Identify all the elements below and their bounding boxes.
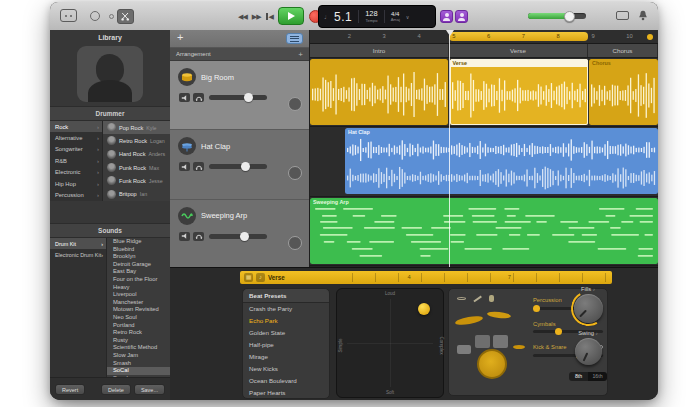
editor-note-icon[interactable]: ♪ [256, 273, 265, 282]
arrangement-marker-verse[interactable]: Verse [449, 44, 588, 57]
volume-slider[interactable] [209, 95, 267, 100]
xy-pad[interactable]: Loud Soft Simple Complex [336, 288, 444, 398]
rewind-icon[interactable]: ◀◀ [238, 8, 247, 25]
region-hat-clap[interactable]: Hat Clap [345, 128, 658, 194]
revert-button[interactable]: Revert [55, 384, 85, 395]
play-button[interactable] [278, 7, 304, 25]
kit-item[interactable]: Blue Ridge [107, 238, 170, 246]
drummer-item[interactable]: Retro RockLogan [103, 134, 170, 147]
beat-preset-item[interactable]: Golden State [243, 327, 329, 339]
drummer-item[interactable]: Funk RockJesse [103, 174, 170, 187]
kit-item[interactable]: Neo Soul [107, 314, 170, 322]
kit-category-item[interactable]: Electronic Drum Kit› [50, 249, 106, 260]
kit-item[interactable]: Heavy [107, 284, 170, 292]
kit-item[interactable]: Bluebird [107, 246, 170, 254]
kit-item[interactable]: Liverpool [107, 291, 170, 299]
kit-item[interactable]: Retro Rock [107, 329, 170, 337]
region-big-room-chorus[interactable]: Chorus [589, 59, 658, 125]
kit-item[interactable]: Rusty [107, 337, 170, 345]
genre-item[interactable]: Hip Hop› [50, 178, 102, 189]
solo-button[interactable] [193, 232, 204, 241]
arrangement-track[interactable]: Intro Verse Chorus [310, 44, 658, 58]
kit-item[interactable]: Smash [107, 360, 170, 368]
kit-item[interactable]: Portland [107, 322, 170, 330]
kit-item[interactable]: SoCal [107, 367, 170, 375]
arrangement-marker-chorus[interactable]: Chorus [588, 44, 658, 57]
mute-button[interactable] [179, 93, 190, 102]
lcd-chevron-icon[interactable]: ∨ [406, 14, 410, 20]
lane-big-room[interactable]: Verse Chorus [310, 58, 658, 127]
lane-hat-clap[interactable]: Hat Clap [310, 127, 658, 196]
arrangement-marker-intro[interactable]: Intro [310, 44, 449, 57]
mute-button[interactable] [179, 162, 190, 171]
slider-dot[interactable] [533, 305, 540, 312]
region-big-room-verse[interactable]: Verse [450, 59, 588, 125]
track-header-hat-clap[interactable]: Hat Clap [170, 130, 309, 199]
forward-icon[interactable]: ▶▶ [252, 8, 261, 25]
genre-item[interactable]: Alternative› [50, 132, 102, 143]
lane-sweeping-arp[interactable]: Sweeping Arp [310, 197, 658, 266]
volume-slider[interactable] [209, 234, 267, 239]
bell-icon[interactable] [638, 10, 648, 21]
tuner-icon[interactable] [90, 11, 100, 21]
editor-grid-icon[interactable]: ▦ [244, 273, 253, 282]
genre-item[interactable]: Electronic› [50, 167, 102, 178]
xy-pad-puck[interactable] [418, 303, 430, 315]
editor-scissors-button[interactable] [117, 9, 134, 24]
timeline[interactable]: 2345678910 Intro Verse Chorus Verse Chor… [310, 30, 658, 267]
drummer-item[interactable]: Pop RockKyle [103, 121, 170, 134]
fills-knob[interactable] [574, 294, 603, 323]
kit-item[interactable]: Detroit Garage [107, 261, 170, 269]
kit-item[interactable]: East Bay [107, 268, 170, 276]
editor-region-bar[interactable]: ▦ ♪ Verse 4 7 [240, 271, 612, 284]
beat-preset-item[interactable]: Echo Park [243, 315, 329, 327]
region-big-room-intro[interactable] [310, 59, 448, 125]
display-icon[interactable] [616, 11, 629, 20]
genre-item[interactable]: Percussion› [50, 189, 102, 200]
add-track-button[interactable]: + [177, 31, 183, 43]
swing-option-16th[interactable]: 16th [588, 372, 607, 381]
track-header-sweeping-arp[interactable]: Sweeping Arp [170, 200, 309, 269]
kit-item[interactable]: Slow Jam [107, 352, 170, 360]
beat-preset-item[interactable]: Ocean Boulevard [243, 375, 329, 387]
library-panel-icon[interactable] [60, 9, 77, 22]
save-button[interactable]: Save... [134, 384, 165, 395]
ruler[interactable]: 2345678910 [310, 30, 658, 44]
beat-preset-item[interactable]: Half-pipe [243, 339, 329, 351]
beat-preset-item[interactable]: Crash the Party [243, 303, 329, 315]
kit-item[interactable]: Brooklyn [107, 253, 170, 261]
track-options-button[interactable] [286, 33, 303, 44]
beat-preset-item[interactable]: Mirage [243, 351, 329, 363]
drummer-item[interactable]: Punk RockMax [103, 161, 170, 174]
master-volume-thumb[interactable] [564, 11, 575, 22]
purple-badge-2[interactable] [455, 10, 468, 23]
genre-item[interactable]: R&B› [50, 155, 102, 166]
genre-item[interactable]: Rock› [50, 121, 102, 132]
drumstick-icon[interactable] [473, 295, 481, 301]
drummer-item[interactable]: BritpopIan [103, 187, 170, 200]
delete-button[interactable]: Delete [101, 384, 131, 395]
beat-preset-item[interactable]: Paper Hearts [243, 387, 329, 399]
drum-kit-illustration[interactable] [453, 305, 527, 391]
small-circle-icon[interactable] [109, 14, 114, 19]
kit-item[interactable]: Motown Revisited [107, 306, 170, 314]
drummer-item[interactable]: Hard RockAnders [103, 148, 170, 161]
region-sweeping-arp[interactable]: Sweeping Arp [310, 198, 658, 264]
purple-badge-1[interactable] [440, 10, 453, 23]
swing-knob[interactable] [575, 338, 602, 365]
kit-item[interactable]: Four on the Floor [107, 276, 170, 284]
playhead[interactable] [449, 30, 450, 267]
slider-dot[interactable] [555, 328, 562, 335]
swing-option-8th[interactable]: 8th [569, 372, 588, 381]
genre-item[interactable]: Songwriter› [50, 144, 102, 155]
solo-button[interactable] [193, 162, 204, 171]
solo-button[interactable] [193, 93, 204, 102]
go-to-beginning-icon[interactable]: ◀ [266, 8, 273, 25]
volume-slider[interactable] [209, 164, 267, 169]
cymbal-icon[interactable] [457, 297, 466, 300]
beat-preset-item[interactable]: New Kicks [243, 363, 329, 375]
kit-category-item[interactable]: Drum Kit› [50, 238, 106, 249]
kit-item[interactable]: Scientific Method [107, 344, 170, 352]
kit-item[interactable]: Manchester [107, 299, 170, 307]
shaker-icon[interactable] [489, 295, 494, 302]
